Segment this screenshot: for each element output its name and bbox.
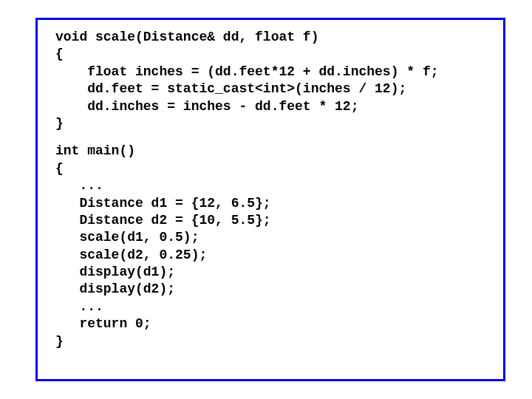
code-frame: void scale(Distance& dd, float f) { floa… — [35, 18, 505, 381]
code-block-main: int main() { ... Distance d1 = {12, 6.5}… — [55, 143, 485, 350]
code-block-scale: void scale(Distance& dd, float f) { floa… — [55, 29, 485, 132]
